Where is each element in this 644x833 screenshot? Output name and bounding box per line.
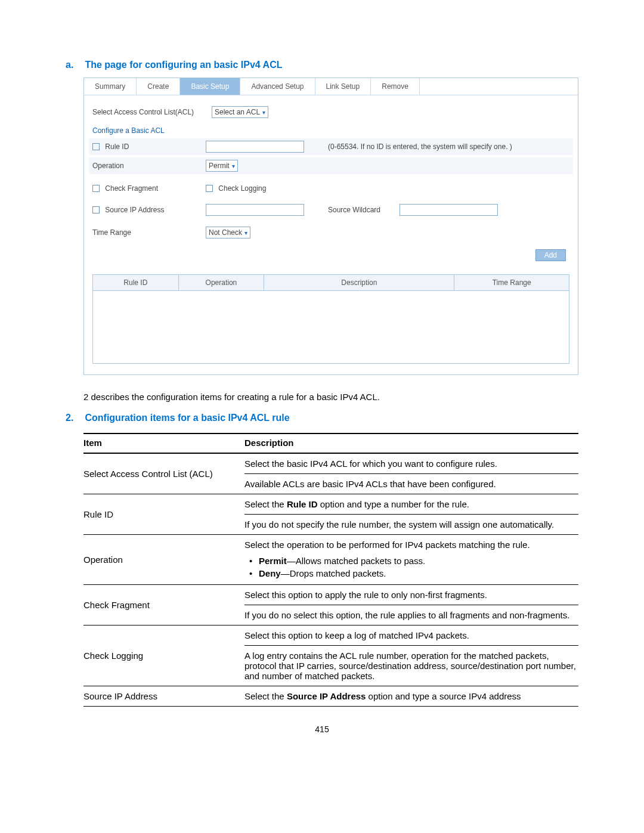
figure-caption-a: a. The page for configuring an basic IPv… (66, 60, 578, 70)
check-logging-option[interactable]: Check Logging (206, 184, 266, 193)
time-range-value: Not Check (209, 228, 242, 237)
add-button[interactable]: Add (535, 249, 566, 261)
tab-remove[interactable]: Remove (371, 78, 420, 95)
item-check-logging: Check Logging (83, 625, 244, 686)
configure-basic-acl-title: Configure a Basic ACL (92, 126, 569, 135)
tab-summary[interactable]: Summary (84, 78, 137, 95)
col-description: Description (264, 275, 454, 290)
chevron-down-icon: ▾ (232, 163, 235, 169)
check-fragment-label: Check Fragment (105, 184, 158, 193)
acl-config-screenshot: Summary Create Basic Setup Advanced Setu… (83, 78, 578, 375)
intro-paragraph: 2 describes the configuration items for … (83, 392, 578, 402)
rule-id-label: Rule ID (105, 143, 129, 151)
time-range-dropdown[interactable]: Not Check ▾ (206, 227, 250, 239)
desc-source-ip: Select the Source IP Address option and … (244, 686, 578, 707)
tab-spacer (420, 78, 578, 95)
th-item: Item (83, 433, 244, 453)
table-row: Check Fragment Select this option to app… (83, 585, 578, 625)
operation-dropdown[interactable]: Permit ▾ (206, 160, 238, 172)
select-acl-label: Select Access Control List(ACL) (92, 108, 212, 116)
table-row: Check Logging Select this option to keep… (83, 625, 578, 686)
rules-table-header: Rule ID Operation Description Time Range (93, 275, 569, 291)
table-caption-2: 2. Configuration items for a basic IPv4 … (66, 413, 578, 423)
list-item: Deny—Drops matched packets. (259, 567, 578, 580)
source-ip-label: Source IP Address (105, 206, 164, 214)
source-wildcard-input[interactable] (400, 204, 498, 216)
item-check-fragment: Check Fragment (83, 585, 244, 625)
chevron-down-icon: ▾ (244, 230, 247, 236)
desc-check-logging: Select this option to keep a log of matc… (244, 625, 578, 686)
tab-bar: Summary Create Basic Setup Advanced Setu… (84, 78, 578, 95)
select-acl-value: Select an ACL (215, 108, 260, 116)
tab-create[interactable]: Create (137, 78, 180, 95)
page-number: 415 (66, 724, 578, 734)
operation-label: Operation (92, 162, 206, 170)
item-operation: Operation (83, 535, 244, 585)
table-row: Source IP Address Select the Source IP A… (83, 686, 578, 707)
col-operation: Operation (179, 275, 265, 290)
rule-id-option[interactable]: Rule ID (92, 143, 206, 151)
caption-a-text: The page for configuring an basic IPv4 A… (85, 60, 282, 70)
th-description: Description (244, 433, 578, 453)
desc-check-fragment: Select this option to apply the rule to … (244, 585, 578, 625)
check-logging-checkbox[interactable] (206, 185, 213, 192)
time-range-label: Time Range (92, 228, 206, 237)
config-items-table: Item Description Select Access Control L… (83, 433, 578, 707)
col-time-range: Time Range (454, 275, 569, 290)
table-row: Rule ID Select the Rule ID option and ty… (83, 494, 578, 535)
item-source-ip: Source IP Address (83, 686, 244, 707)
check-fragment-option[interactable]: Check Fragment (92, 184, 206, 193)
tab-basic-setup[interactable]: Basic Setup (180, 78, 240, 95)
tab-link-setup[interactable]: Link Setup (315, 78, 371, 95)
source-ip-input[interactable] (206, 204, 304, 216)
chevron-down-icon: ▾ (262, 109, 265, 116)
operation-bullets: Permit—Allows matched packets to pass. D… (244, 555, 578, 584)
col-rule-id: Rule ID (93, 275, 179, 290)
desc-operation: Select the operation to be performed for… (244, 535, 578, 585)
rule-id-checkbox[interactable] (92, 143, 100, 150)
source-wildcard-label: Source Wildcard (328, 206, 400, 214)
form-area: Select Access Control List(ACL) Select a… (84, 95, 578, 271)
rule-id-input[interactable] (206, 141, 304, 153)
rules-table: Rule ID Operation Description Time Range (92, 274, 569, 364)
source-ip-option[interactable]: Source IP Address (92, 206, 206, 214)
tab-advanced-setup[interactable]: Advanced Setup (240, 78, 315, 95)
list-item: Permit—Allows matched packets to pass. (259, 555, 578, 567)
source-ip-checkbox[interactable] (92, 206, 100, 213)
table-row: Select Access Control List (ACL) Select … (83, 453, 578, 494)
caption-2-num: 2. (66, 413, 82, 423)
desc-select-acl: Select the basic IPv4 ACL for which you … (244, 453, 578, 494)
caption-a-num: a. (66, 60, 82, 70)
operation-value: Permit (209, 162, 230, 170)
rule-id-hint: (0-65534. If no ID is entered, the syste… (328, 143, 512, 151)
caption-2-text: Configuration items for a basic IPv4 ACL… (85, 413, 289, 423)
select-acl-dropdown[interactable]: Select an ACL ▾ (212, 106, 268, 118)
item-rule-id: Rule ID (83, 494, 244, 535)
desc-rule-id: Select the Rule ID option and type a num… (244, 494, 578, 535)
check-fragment-checkbox[interactable] (92, 185, 100, 192)
table-row: Operation Select the operation to be per… (83, 535, 578, 585)
item-select-acl: Select Access Control List (ACL) (83, 453, 244, 494)
check-logging-label: Check Logging (218, 184, 266, 193)
